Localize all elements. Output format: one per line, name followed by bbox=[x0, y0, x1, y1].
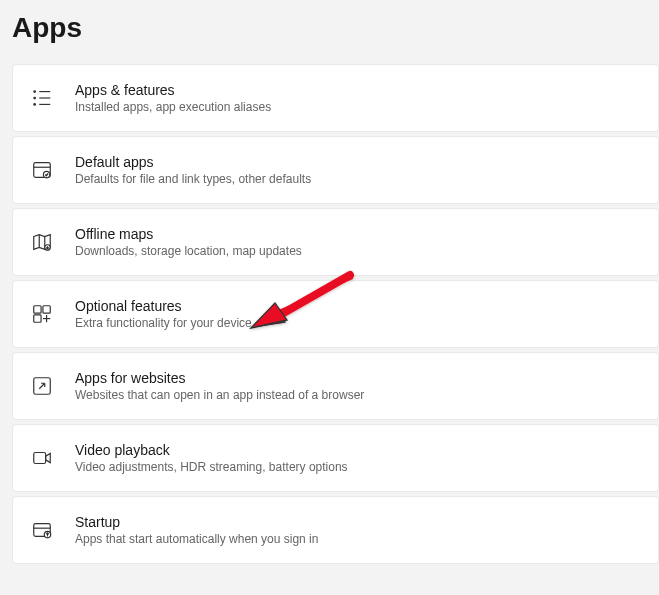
card-subtitle: Defaults for file and link types, other … bbox=[75, 172, 311, 186]
card-subtitle: Video adjustments, HDR streaming, batter… bbox=[75, 460, 348, 474]
default-apps-icon bbox=[31, 159, 53, 181]
card-text: Apps & features Installed apps, app exec… bbox=[75, 82, 271, 114]
card-startup[interactable]: Startup Apps that start automatically wh… bbox=[12, 496, 659, 564]
card-title: Startup bbox=[75, 514, 318, 530]
svg-rect-18 bbox=[34, 453, 46, 464]
card-text: Apps for websites Websites that can open… bbox=[75, 370, 364, 402]
list-apps-icon bbox=[31, 87, 53, 109]
card-subtitle: Installed apps, app execution aliases bbox=[75, 100, 271, 114]
card-title: Optional features bbox=[75, 298, 252, 314]
svg-rect-12 bbox=[34, 306, 41, 313]
card-text: Offline maps Downloads, storage location… bbox=[75, 226, 302, 258]
card-text: Optional features Extra functionality fo… bbox=[75, 298, 252, 330]
svg-point-1 bbox=[33, 97, 36, 100]
card-subtitle: Extra functionality for your device bbox=[75, 316, 252, 330]
video-icon bbox=[31, 447, 53, 469]
page-title: Apps bbox=[0, 0, 659, 64]
svg-point-2 bbox=[33, 103, 36, 106]
card-subtitle: Websites that can open in an app instead… bbox=[75, 388, 364, 402]
card-video-playback[interactable]: Video playback Video adjustments, HDR st… bbox=[12, 424, 659, 492]
svg-rect-13 bbox=[43, 306, 50, 313]
svg-rect-14 bbox=[34, 315, 41, 322]
card-default-apps[interactable]: Default apps Defaults for file and link … bbox=[12, 136, 659, 204]
card-apps-features[interactable]: Apps & features Installed apps, app exec… bbox=[12, 64, 659, 132]
card-title: Offline maps bbox=[75, 226, 302, 242]
card-title: Apps for websites bbox=[75, 370, 364, 386]
card-offline-maps[interactable]: Offline maps Downloads, storage location… bbox=[12, 208, 659, 276]
settings-list: Apps & features Installed apps, app exec… bbox=[0, 64, 659, 564]
svg-point-0 bbox=[33, 90, 36, 93]
card-apps-websites[interactable]: Apps for websites Websites that can open… bbox=[12, 352, 659, 420]
card-optional-features[interactable]: Optional features Extra functionality fo… bbox=[12, 280, 659, 348]
card-title: Default apps bbox=[75, 154, 311, 170]
optional-features-icon bbox=[31, 303, 53, 325]
card-title: Apps & features bbox=[75, 82, 271, 98]
map-icon bbox=[31, 231, 53, 253]
card-text: Default apps Defaults for file and link … bbox=[75, 154, 311, 186]
card-text: Startup Apps that start automatically wh… bbox=[75, 514, 318, 546]
apps-websites-icon bbox=[31, 375, 53, 397]
card-title: Video playback bbox=[75, 442, 348, 458]
card-subtitle: Downloads, storage location, map updates bbox=[75, 244, 302, 258]
card-subtitle: Apps that start automatically when you s… bbox=[75, 532, 318, 546]
card-text: Video playback Video adjustments, HDR st… bbox=[75, 442, 348, 474]
startup-icon bbox=[31, 519, 53, 541]
